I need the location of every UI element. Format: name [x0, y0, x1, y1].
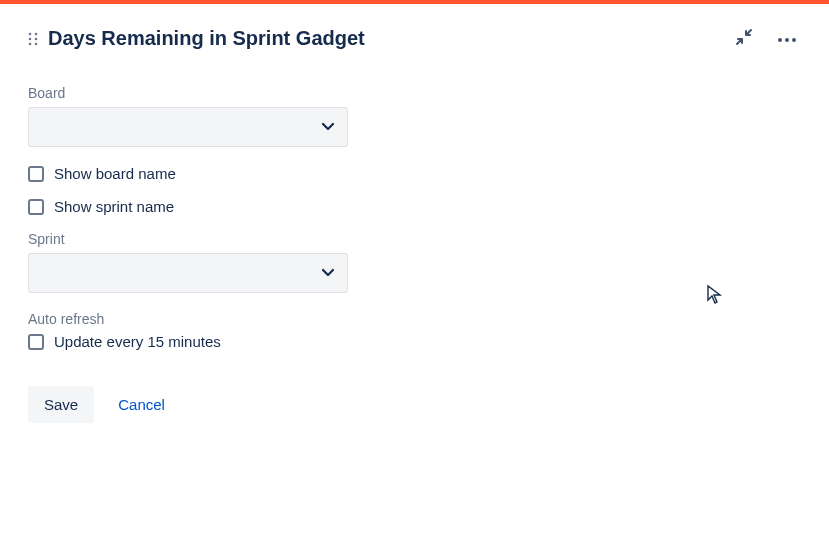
board-label: Board [28, 85, 801, 101]
gadget-header: Days Remaining in Sprint Gadget [28, 24, 801, 53]
show-sprint-name-checkbox[interactable] [28, 199, 44, 215]
sprint-select[interactable] [28, 253, 348, 293]
svg-point-0 [29, 32, 32, 35]
svg-point-7 [785, 38, 789, 42]
header-left: Days Remaining in Sprint Gadget [28, 27, 365, 50]
header-actions [731, 24, 801, 53]
svg-point-5 [35, 42, 38, 45]
board-select[interactable] [28, 107, 348, 147]
cancel-button[interactable]: Cancel [118, 396, 165, 413]
svg-point-4 [29, 42, 32, 45]
svg-point-1 [35, 32, 38, 35]
more-actions-button[interactable] [773, 27, 801, 50]
chevron-down-icon [321, 118, 335, 136]
show-sprint-name-row: Show sprint name [28, 198, 801, 215]
auto-refresh-checkbox[interactable] [28, 334, 44, 350]
show-board-name-label[interactable]: Show board name [54, 165, 176, 182]
minimize-icon [735, 28, 753, 49]
minimize-button[interactable] [731, 24, 757, 53]
board-field-section: Board [28, 85, 801, 147]
drag-handle-icon[interactable] [28, 32, 38, 46]
gadget-title: Days Remaining in Sprint Gadget [48, 27, 365, 50]
gadget-container: Days Remaining in Sprint Gadget [0, 4, 829, 443]
svg-point-8 [792, 38, 796, 42]
more-icon [777, 31, 797, 46]
svg-point-2 [29, 37, 32, 40]
button-row: Save Cancel [28, 386, 801, 423]
svg-point-6 [778, 38, 782, 42]
sprint-label: Sprint [28, 231, 801, 247]
save-button[interactable]: Save [28, 386, 94, 423]
auto-refresh-section: Auto refresh Update every 15 minutes [28, 311, 801, 350]
show-board-name-row: Show board name [28, 165, 801, 182]
sprint-field-section: Sprint [28, 231, 801, 293]
auto-refresh-option-label[interactable]: Update every 15 minutes [54, 333, 221, 350]
svg-point-3 [35, 37, 38, 40]
auto-refresh-row: Update every 15 minutes [28, 333, 801, 350]
show-board-name-checkbox[interactable] [28, 166, 44, 182]
chevron-down-icon [321, 264, 335, 282]
auto-refresh-label: Auto refresh [28, 311, 801, 327]
show-sprint-name-label[interactable]: Show sprint name [54, 198, 174, 215]
